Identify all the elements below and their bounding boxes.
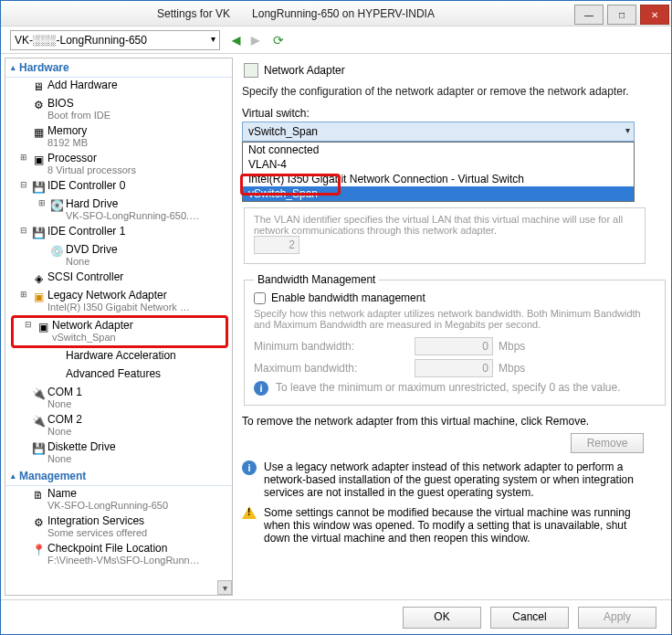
max-bandwidth-input bbox=[415, 359, 493, 377]
enable-bandwidth-label: Enable bandwidth management bbox=[271, 291, 425, 304]
max-bandwidth-label: Maximum bandwidth: bbox=[254, 362, 409, 375]
integration-icon: ⚙ bbox=[31, 515, 46, 530]
vs-option-vswitch-span[interactable]: vSwitch_Span bbox=[243, 186, 634, 201]
sidebar-item-diskette[interactable]: 💾 Diskette DriveNone bbox=[5, 439, 232, 467]
sidebar-item-name[interactable]: 🗎 NameVK-SFO-LongRunning-650 bbox=[5, 486, 232, 513]
titlebar: Settings for VK LongRunning-650 on HYPER… bbox=[1, 1, 671, 26]
sidebar-item-dvd[interactable]: 💿 DVD DriveNone bbox=[5, 242, 232, 270]
virtual-switch-value: vSwitch_Span bbox=[248, 125, 318, 138]
sidebar-item-processor[interactable]: ⊞▣ Processor8 Virtual processors bbox=[5, 151, 232, 178]
vm-selector-combo[interactable]: VK-░░░-LongRunning-650 ▾ bbox=[10, 30, 220, 50]
bandwidth-description: Specify how this network adapter utilize… bbox=[254, 308, 656, 330]
add-hardware-icon: 🖥 bbox=[31, 79, 46, 94]
scroll-down-icon[interactable]: ▾ bbox=[217, 580, 232, 595]
vlan-id-input bbox=[254, 236, 299, 254]
bios-icon: ⚙ bbox=[31, 98, 46, 112]
maximize-button[interactable]: □ bbox=[607, 5, 636, 25]
page-title: Network Adapter bbox=[264, 64, 345, 77]
nav-back-button[interactable]: ◀ bbox=[227, 32, 244, 48]
vm-selector-value: VK-░░░-LongRunning-650 bbox=[15, 34, 147, 47]
bandwidth-legend: Bandwidth Management bbox=[254, 273, 379, 286]
scsi-icon: ◈ bbox=[31, 271, 46, 286]
remove-description: To remove the network adapter from this … bbox=[242, 415, 644, 428]
controller-icon: 💾 bbox=[31, 180, 46, 195]
virtual-switch-dropdown: Not connected VLAN-4 Intel(R) I350 Gigab… bbox=[242, 142, 635, 202]
vlan-description: The VLAN identifier specifies the virtua… bbox=[254, 214, 635, 236]
title-text-2: LongRunning-650 on HYPERV-INDIA bbox=[252, 7, 435, 20]
checkpoint-icon: 📍 bbox=[31, 543, 46, 557]
sidebar-item-com1[interactable]: 🔌 COM 1None bbox=[5, 385, 232, 412]
mbps-unit: Mbps bbox=[499, 340, 525, 353]
sidebar-item-network-adapter[interactable]: ⊟▣ Network AdaptervSwitch_Span bbox=[16, 318, 224, 345]
expand-icon[interactable]: ⊞ bbox=[37, 198, 47, 207]
min-bandwidth-label: Minimum bandwidth: bbox=[254, 340, 409, 353]
main-panel: Network Adapter Specify the configuratio… bbox=[236, 58, 667, 596]
sidebar-item-ide0[interactable]: ⊟💾 IDE Controller 0 bbox=[5, 178, 232, 196]
legacy-adapter-info: Use a legacy network adapter instead of … bbox=[264, 460, 644, 499]
bandwidth-hint: To leave the minimum or maximum unrestri… bbox=[276, 381, 620, 396]
bandwidth-group: Bandwidth Management Enable bandwidth ma… bbox=[244, 273, 666, 406]
nic-icon: ▣ bbox=[36, 320, 50, 334]
info-icon: i bbox=[242, 460, 257, 475]
sidebar-item-memory[interactable]: ▦ Memory8192 MB bbox=[5, 123, 232, 151]
sidebar-item-com2[interactable]: 🔌 COM 2None bbox=[5, 412, 232, 439]
ok-button[interactable]: OK bbox=[403, 607, 481, 629]
vs-option-vlan4[interactable]: VLAN-4 bbox=[243, 157, 634, 172]
sidebar-item-integration[interactable]: ⚙ Integration ServicesSome services offe… bbox=[5, 513, 232, 541]
sidebar-item-scsi[interactable]: ◈ SCSI Controller bbox=[5, 270, 232, 288]
sidebar-item-hard-drive[interactable]: ⊞💽 Hard DriveVK-SFO-LongRunning-650.… bbox=[5, 196, 232, 224]
minimize-button[interactable]: — bbox=[574, 5, 604, 25]
warning-icon bbox=[242, 506, 257, 519]
sidebar: ▴ Hardware 🖥 Add Hardware ⚙ BIOSBoot fro… bbox=[5, 58, 233, 596]
management-section-header[interactable]: ▴ Management bbox=[5, 467, 232, 486]
diskette-icon: 💾 bbox=[31, 441, 46, 456]
sidebar-item-adv-features[interactable]: Advanced Features bbox=[5, 366, 232, 385]
info-icon: i bbox=[254, 381, 268, 396]
selected-item-highlight: ⊟▣ Network AdaptervSwitch_Span bbox=[11, 315, 228, 348]
expand-icon[interactable]: ⊞ bbox=[18, 290, 29, 299]
hardware-section-header[interactable]: ▴ Hardware bbox=[5, 58, 232, 78]
cancel-button[interactable]: Cancel bbox=[490, 607, 569, 629]
collapse-icon[interactable]: ⊟ bbox=[18, 180, 29, 189]
nic-icon bbox=[244, 63, 258, 78]
chevron-down-icon: ▾ bbox=[211, 34, 215, 44]
com-port-icon: 🔌 bbox=[31, 414, 46, 429]
vm-running-warning: Some settings cannot be modified because… bbox=[264, 506, 644, 545]
min-bandwidth-input bbox=[415, 337, 493, 355]
expand-icon[interactable]: ⊞ bbox=[18, 153, 29, 162]
dialog-footer: OK Cancel Apply bbox=[1, 599, 671, 634]
name-icon: 🗎 bbox=[31, 488, 46, 503]
processor-icon: ▣ bbox=[31, 153, 46, 167]
page-description: Specify the configuration of the network… bbox=[242, 85, 662, 105]
refresh-button[interactable]: ⟳ bbox=[270, 32, 287, 48]
vs-option-intel[interactable]: Intel(R) I350 Gigabit Network Connection… bbox=[243, 172, 634, 186]
vlan-id-group: The VLAN identifier specifies the virtua… bbox=[244, 207, 646, 264]
apply-button[interactable]: Apply bbox=[578, 607, 656, 629]
toolbar: VK-░░░-LongRunning-650 ▾ ◀ ▶ ⟳ bbox=[1, 26, 671, 54]
enable-bandwidth-checkbox[interactable] bbox=[254, 292, 266, 304]
vs-option-not-connected[interactable]: Not connected bbox=[243, 143, 634, 157]
mbps-unit: Mbps bbox=[499, 362, 525, 375]
controller-icon: 💾 bbox=[31, 226, 46, 240]
hard-drive-icon: 💽 bbox=[49, 198, 64, 213]
close-button[interactable]: ✕ bbox=[640, 5, 669, 25]
com-port-icon: 🔌 bbox=[31, 386, 46, 401]
settings-window: Settings for VK LongRunning-650 on HYPER… bbox=[0, 0, 672, 635]
virtual-switch-label: Virtual switch: bbox=[242, 107, 662, 120]
dvd-icon: 💿 bbox=[49, 244, 64, 259]
collapse-icon[interactable]: ⊟ bbox=[18, 226, 29, 235]
chevron-down-icon: ▾ bbox=[625, 125, 630, 135]
collapse-icon[interactable]: ⊟ bbox=[23, 320, 34, 329]
collapse-icon: ▴ bbox=[11, 63, 16, 72]
sidebar-item-bios[interactable]: ⚙ BIOSBoot from IDE bbox=[5, 96, 232, 123]
sidebar-item-legacy-adapter[interactable]: ⊞▣ Legacy Network AdapterIntel(R) I350 G… bbox=[5, 288, 232, 315]
virtual-switch-combo[interactable]: vSwitch_Span ▾ bbox=[242, 122, 635, 142]
nav-forward-button[interactable]: ▶ bbox=[247, 32, 263, 48]
sidebar-item-hw-accel[interactable]: Hardware Acceleration bbox=[5, 348, 232, 366]
sidebar-item-ide1[interactable]: ⊟💾 IDE Controller 1 bbox=[5, 224, 232, 242]
legacy-nic-icon: ▣ bbox=[31, 290, 46, 304]
remove-button[interactable]: Remove bbox=[571, 433, 644, 453]
sidebar-item-checkpoint-location[interactable]: 📍 Checkpoint File LocationF:\Vineeth-VMs… bbox=[5, 541, 232, 568]
title-text-1: Settings for VK bbox=[157, 7, 230, 20]
sidebar-item-add-hardware[interactable]: 🖥 Add Hardware bbox=[5, 78, 232, 96]
